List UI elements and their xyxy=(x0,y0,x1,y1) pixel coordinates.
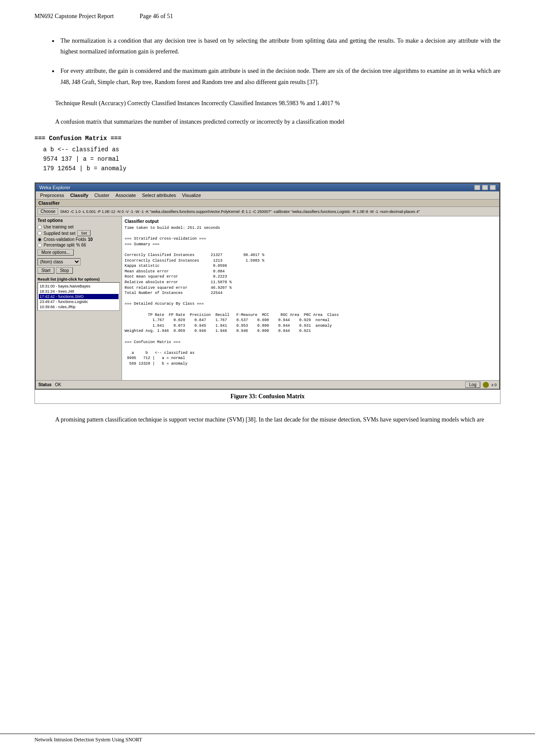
choose-button[interactable]: Choose xyxy=(38,208,58,215)
radio-percentage-split-dot xyxy=(38,243,42,247)
result-item-j48[interactable]: 18:31:24 - trees.J48 xyxy=(39,289,119,294)
tab-preprocess[interactable]: Preprocess xyxy=(38,192,67,198)
tab-cluster[interactable]: Cluster xyxy=(92,192,112,198)
status-x-label: x 0 xyxy=(491,383,497,387)
split-value: % 66 xyxy=(76,243,86,247)
radio-supplied-test-label: Supplied test set xyxy=(44,231,75,236)
class-select[interactable]: (Nom) class xyxy=(38,258,81,266)
tab-associate[interactable]: Associate xyxy=(113,192,139,198)
status-label: Status xyxy=(38,382,52,387)
status-indicator-circle xyxy=(483,382,489,388)
maximize-button[interactable]: □ xyxy=(482,185,488,190)
weka-window-controls[interactable]: _ □ × xyxy=(474,185,496,190)
bullet-section: • The normalization is a condition that … xyxy=(34,35,501,87)
confusion-matrix-header: === Confusion Matrix === xyxy=(34,135,501,142)
radio-cross-validation-dot xyxy=(38,237,42,242)
document-title: MN692 Capstone Project Report xyxy=(34,13,114,20)
minimize-button[interactable]: _ xyxy=(474,185,480,190)
paragraph-confusion-intro: A confusion matrix that summarizes the n… xyxy=(34,116,501,127)
stop-button[interactable]: Stop xyxy=(56,267,73,274)
close-button[interactable]: × xyxy=(490,185,496,190)
list-item: • The normalization is a condition that … xyxy=(52,35,501,57)
radio-cross-validation[interactable]: Cross-validation Folds 10 xyxy=(38,237,120,242)
status-area: Status OK xyxy=(38,382,61,387)
result-list[interactable]: 18:31:00 - bayes.NaiveBayes 18:31:24 - t… xyxy=(38,282,120,311)
bullet-icon: • xyxy=(52,35,54,48)
class-selector-label: (Nom) class xyxy=(38,258,120,266)
weka-title: Weka Explorer xyxy=(39,185,70,190)
classifier-config-text: SMO -C 1.0 -L 0.001 -P 1.0E-12 -N 0 -V -… xyxy=(60,209,497,214)
radio-use-training-label: Use training set xyxy=(44,225,73,229)
weka-window: Weka Explorer _ □ × Preprocess Classify … xyxy=(35,183,500,390)
weka-left-panel: Test options Use training set Supplied t… xyxy=(36,216,122,380)
result-item-jrip[interactable]: 10:39:66 - rules.JRip xyxy=(39,304,119,309)
radio-supplied-test-dot xyxy=(38,231,42,235)
tab-select-attributes[interactable]: Select attributes xyxy=(139,192,178,198)
figure-confusion-matrix: Weka Explorer _ □ × Preprocess Classify … xyxy=(34,182,501,404)
page-header: MN692 Capstone Project Report Page 46 of… xyxy=(34,13,501,20)
page-number: Page 46 of 51 xyxy=(140,13,173,20)
start-button[interactable]: Start xyxy=(38,267,54,274)
figure-caption: Figure 33: Confusion Matrix xyxy=(35,390,500,403)
result-item-smo[interactable]: 17:42:42 - functions.SMO xyxy=(39,294,119,299)
radio-use-training-dot xyxy=(38,225,42,229)
tab-classify[interactable]: Classify xyxy=(68,192,91,198)
page-footer: Network Intrusion Detection System Using… xyxy=(0,734,535,743)
weka-main-content: Test options Use training set Supplied t… xyxy=(36,216,499,380)
result-item-logistic[interactable]: 23:49:47 - functions.Logistic xyxy=(39,299,119,304)
radio-percentage-split-label: Percentage split xyxy=(44,243,75,247)
paragraph-svm: A promising pattern classification techn… xyxy=(34,414,501,425)
weka-titlebar: Weka Explorer _ □ × xyxy=(36,184,499,191)
bullet-icon: • xyxy=(52,66,54,78)
confusion-line-header: a b <-- classified as xyxy=(43,146,501,153)
result-item-naivebayes[interactable]: 18:31:00 - bayes.NaiveBayes xyxy=(39,284,119,289)
confusion-line-anomaly: 179 12654 | b = anomaly xyxy=(43,165,501,172)
set-button[interactable]: Set xyxy=(77,230,91,236)
test-options-label: Test options xyxy=(38,218,120,223)
classifier-output-label: Classifier output xyxy=(125,219,497,224)
weka-tab-bar[interactable]: Preprocess Classify Cluster Associate Se… xyxy=(36,191,499,200)
bullet-text-2: For every attribute, the gain is conside… xyxy=(60,66,501,87)
confusion-line-normal: 9574 137 | a = normal xyxy=(43,156,501,162)
folds-value: 10 xyxy=(88,237,93,242)
status-ok-text: OK xyxy=(55,382,61,387)
classifier-section-label: Classifier xyxy=(36,200,499,207)
weka-status-bar: Status OK Log x 0 xyxy=(36,380,499,389)
radio-cross-validation-label: Cross-validation Folds xyxy=(44,237,86,242)
log-area[interactable]: Log x 0 xyxy=(465,381,497,388)
result-list-label: Result list (right-click for options) xyxy=(38,277,120,281)
tab-visualize[interactable]: Visualize xyxy=(179,192,203,198)
list-item: • For every attribute, the gain is consi… xyxy=(52,66,501,87)
more-options-button[interactable]: More options... xyxy=(38,249,74,256)
classifier-output-text: Time taken to build model: 251.21 second… xyxy=(125,225,497,366)
radio-percentage-split[interactable]: Percentage split % 66 xyxy=(38,243,120,247)
bullet-text-1: The normalization is a condition that an… xyxy=(60,35,501,57)
classifier-output-panel: Classifier output Time taken to build mo… xyxy=(122,216,499,380)
radio-supplied-test[interactable]: Supplied test set Set xyxy=(38,230,120,236)
radio-use-training[interactable]: Use training set xyxy=(38,225,120,229)
footer-text: Network Intrusion Detection System Using… xyxy=(34,737,142,743)
log-button[interactable]: Log xyxy=(465,381,480,388)
paragraph-accuracy: Technique Result (Accuracy) Correctly Cl… xyxy=(34,98,501,109)
classifier-choose-bar: Choose SMO -C 1.0 -L 0.001 -P 1.0E-12 -N… xyxy=(36,207,499,216)
